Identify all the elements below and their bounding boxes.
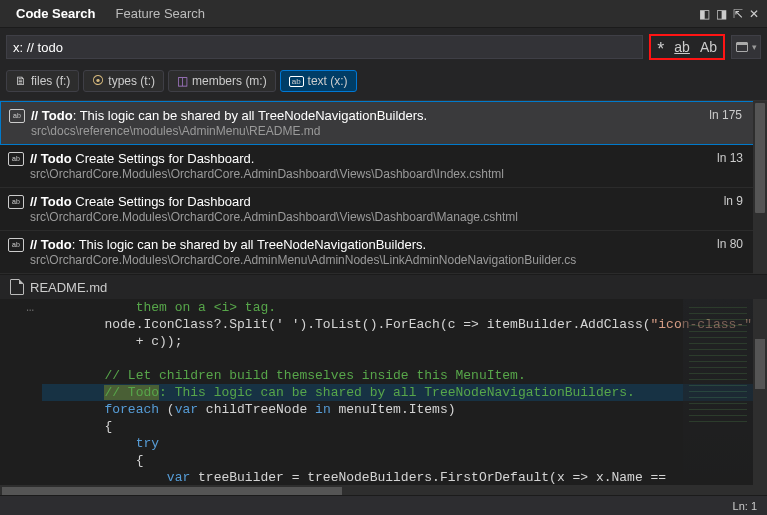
result-path: src\OrchardCore.Modules\OrchardCore.Admi… [30,210,737,224]
tab-bar: Code Search Feature Search ◧ ◨ ⇱ ✕ [0,0,767,28]
dock-right-icon[interactable]: ◨ [716,7,727,21]
types-icon: ⦿ [92,74,104,88]
file-icon [10,279,24,295]
result-row[interactable]: ab// Todo: This logic can be shared by a… [0,231,767,274]
close-icon[interactable]: ✕ [749,7,759,21]
results-list: ab// Todo: This logic can be shared by a… [0,100,767,274]
result-line-number: ln 9 [724,194,743,208]
text-result-icon: ab [8,195,24,209]
result-line-number: ln 175 [709,108,742,122]
result-row[interactable]: ab// Todo Create Settings for Dashboard.… [0,145,767,188]
result-title: // Todo Create Settings for Dashboard. [30,151,737,166]
minimap[interactable] [683,299,753,499]
code-vertical-scrollbar[interactable] [753,299,767,499]
preview-file-header: README.md [0,274,767,299]
text-result-icon: ab [8,152,24,166]
search-options-highlight: * ab Ab [649,34,725,60]
code-lines: them on a <i> tag. node.IconClass?.Split… [42,299,767,499]
wildcard-toggle[interactable]: * [655,42,666,56]
text-result-icon: ab [8,238,24,252]
view-mode-dropdown[interactable] [731,35,761,59]
result-path: src\OrchardCore.Modules\OrchardCore.Admi… [30,167,737,181]
search-input[interactable] [13,40,636,55]
search-box[interactable] [6,35,643,59]
text-icon: ab [289,76,304,87]
search-row: * ab Ab [0,28,767,66]
result-row[interactable]: ab// Todo Create Settings for Dashboards… [0,188,767,231]
file-icon: 🗎 [15,74,27,88]
result-title: // Todo Create Settings for Dashboard [30,194,737,209]
filter-types[interactable]: ⦿ types (t:) [83,70,164,92]
result-line-number: ln 13 [717,151,743,165]
code-preview[interactable]: … them on a <i> tag. node.IconClass?.Spl… [0,299,767,499]
result-title: // Todo: This logic can be shared by all… [30,237,737,252]
preview-filename: README.md [30,280,107,295]
filter-label: files (f:) [31,74,70,88]
filter-label: types (t:) [108,74,155,88]
filter-members[interactable]: ◫ members (m:) [168,70,276,92]
result-path: src\OrchardCore.Modules\OrchardCore.Admi… [30,253,737,267]
cursor-position: Ln: 1 [733,500,757,512]
members-icon: ◫ [177,74,188,88]
match-case-toggle[interactable]: Ab [698,39,719,55]
results-scrollbar[interactable] [753,101,767,274]
text-result-icon: ab [9,109,25,123]
match-whole-word-toggle[interactable]: ab [672,39,692,55]
result-row[interactable]: ab// Todo: This logic can be shared by a… [0,101,767,145]
filter-row: 🗎 files (f:) ⦿ types (t:) ◫ members (m:)… [0,66,767,100]
result-line-number: ln 80 [717,237,743,251]
result-title: // Todo: This logic can be shared by all… [31,108,736,123]
status-bar: Ln: 1 [0,495,767,515]
line-gutter: … [0,299,42,499]
filter-label: text (x:) [308,74,348,88]
tab-feature-search[interactable]: Feature Search [105,2,215,25]
filter-text[interactable]: ab text (x:) [280,70,357,92]
dock-left-icon[interactable]: ◧ [699,7,710,21]
tab-code-search[interactable]: Code Search [6,2,105,25]
filter-files[interactable]: 🗎 files (f:) [6,70,79,92]
result-path: src\docs\reference\modules\AdminMenu\REA… [31,124,736,138]
pin-icon[interactable]: ⇱ [733,7,743,21]
filter-label: members (m:) [192,74,267,88]
